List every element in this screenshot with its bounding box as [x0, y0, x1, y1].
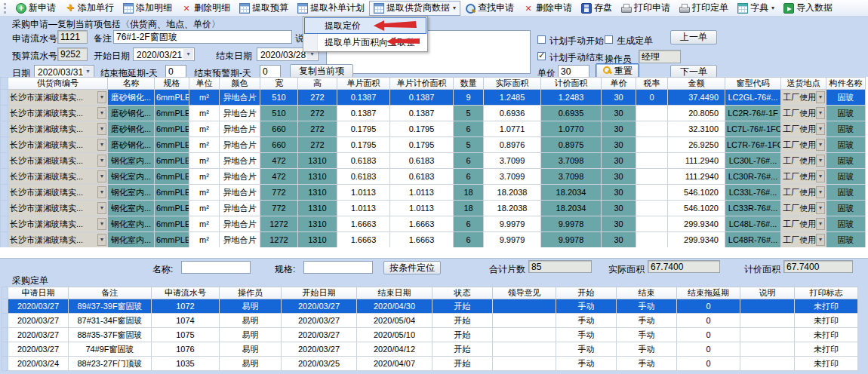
chevron-down-icon[interactable]: ▾: [816, 234, 825, 246]
row-selector[interactable]: [2, 357, 8, 371]
delivery-combo-cell[interactable]: 工厂使用▾: [781, 169, 826, 185]
chevron-down-icon[interactable]: ▾: [97, 107, 106, 119]
spec-filter-input[interactable]: [303, 261, 373, 274]
table-row[interactable]: 长沙市潇湘玻璃实...▾钢化室内...6mmPLE...m²异地合片772131…: [1, 201, 866, 216]
toolbar-button-delete-request[interactable]: 删除申请: [519, 1, 577, 16]
previous-order-button[interactable]: 上一单: [670, 30, 717, 44]
table-row[interactable]: 长沙市潇湘玻璃实...▾钢化室内...6mmPLE...m²异地合片472131…: [1, 169, 866, 185]
table-row[interactable]: 长沙市潇湘玻璃实...▾钢化室内...6mmPLE...m²异地合片127213…: [1, 216, 866, 232]
supplier-combo-cell[interactable]: 长沙市潇湘玻璃实...▾: [8, 90, 108, 106]
name-filter-input[interactable]: [181, 261, 251, 274]
toolbar-button-new-request[interactable]: 新申请: [11, 1, 60, 16]
supplier-combo-cell[interactable]: 长沙市潇湘玻璃实...▾: [8, 185, 108, 201]
supplier-combo-cell[interactable]: 长沙市潇湘玻璃实...▾: [8, 106, 108, 121]
supplier-combo-cell[interactable]: 长沙市潇湘玻璃实...▾: [8, 232, 108, 248]
table-row[interactable]: 长沙市潇湘玻璃实...▾钢化室内...6mmPLE...m²异地合片472131…: [1, 153, 866, 169]
serial-field[interactable]: [57, 30, 88, 44]
toolbar-button-extract-budget[interactable]: 提取预算: [235, 1, 293, 16]
pricing-area-field[interactable]: [783, 260, 853, 273]
remark-field[interactable]: [113, 30, 292, 44]
chevron-down-icon[interactable]: ▾: [816, 202, 825, 214]
manual-end-checkbox[interactable]: [537, 52, 546, 60]
toolbar-button-save[interactable]: 存盘: [577, 1, 617, 16]
toolbar-button-add-detail[interactable]: 添加明细: [119, 1, 177, 16]
chevron-down-icon[interactable]: ▾: [97, 202, 106, 214]
toolbar-button-extract-supplement-plan[interactable]: 提取补单计划: [293, 1, 369, 16]
chevron-down-icon[interactable]: ▾: [97, 186, 106, 198]
toolbar-button-print-request[interactable]: 打印申请: [617, 1, 675, 16]
table-row[interactable]: 2020/03/2789#37-39F窗固玻1072易明2020/03/2720…: [2, 299, 858, 314]
row-selector[interactable]: [2, 299, 8, 314]
table-row[interactable]: 长沙市潇湘玻璃实...▾钢化室内...6mmPLE...m²异地合片772131…: [1, 185, 866, 201]
chevron-down-icon[interactable]: ▾: [816, 107, 825, 119]
delivery-combo-cell[interactable]: 工厂使用▾: [781, 90, 826, 106]
table-row[interactable]: 长沙市潇湘玻璃实...▾磨砂钢化...6mmPLE...m²异地合片510272…: [1, 106, 866, 121]
toolbar-grip[interactable]: [4, 3, 8, 14]
delivery-combo-cell[interactable]: 工厂使用▾: [781, 216, 826, 232]
row-selector[interactable]: [2, 328, 8, 342]
chevron-down-icon[interactable]: ▾: [816, 186, 825, 198]
chevron-down-icon[interactable]: ▾: [816, 139, 825, 151]
budget-field[interactable]: [57, 48, 88, 61]
toolbar-button-extract-supplier-data[interactable]: 提取供货商数据▾: [369, 1, 460, 16]
table-row[interactable]: 长沙市潇湘玻璃实...▾磨砂钢化...6mmPLE...m²异地合片660272…: [1, 121, 866, 137]
supplier-combo-cell[interactable]: 长沙市潇湘玻璃实...▾: [8, 153, 108, 169]
row-selector[interactable]: [2, 342, 8, 357]
manual-start-checkbox[interactable]: [537, 35, 546, 44]
row-selector[interactable]: [1, 153, 8, 169]
table-row[interactable]: 长沙市潇湘玻璃实...▾磨砂钢化...6mmPLE...m²异地合片510272…: [1, 90, 866, 106]
row-selector[interactable]: [1, 216, 8, 232]
table-row[interactable]: 2020/03/2488#23-27F门顶玻1035易明2020/03/2520…: [2, 357, 858, 371]
chevron-down-icon[interactable]: ▾: [97, 139, 106, 151]
delivery-combo-cell[interactable]: 工厂使用▾: [781, 232, 826, 248]
table-row[interactable]: 2020/03/2788#35-37F窗固玻1075易明2020/03/2720…: [2, 328, 858, 342]
delivery-combo-cell[interactable]: 工厂使用▾: [781, 106, 826, 121]
table-row[interactable]: 长沙市潇湘玻璃实...▾钢化室内...6mmPLE...m²异地合片127213…: [1, 232, 866, 248]
row-selector[interactable]: [1, 137, 8, 153]
operator-field[interactable]: [639, 50, 681, 63]
table-row[interactable]: 2020/03/2774#9F窗固玻1076易明2020/03/272020/0…: [2, 342, 858, 357]
delivery-combo-cell[interactable]: 工厂使用▾: [781, 153, 826, 169]
delivery-combo-cell[interactable]: 工厂使用▾: [781, 137, 826, 153]
chevron-down-icon[interactable]: ▾: [83, 66, 93, 77]
toolbar-button-import-data[interactable]: 导入数据: [779, 1, 837, 16]
chevron-down-icon[interactable]: ▾: [97, 155, 106, 167]
row-selector[interactable]: [1, 90, 8, 106]
reset-button[interactable]: 重置: [596, 63, 639, 78]
chevron-down-icon[interactable]: ▾: [97, 123, 106, 135]
supplier-combo-cell[interactable]: 长沙市潇湘玻璃实...▾: [8, 201, 108, 216]
row-selector[interactable]: [1, 169, 8, 185]
table-row[interactable]: 长沙市潇湘玻璃实...▾磨砂钢化...6mmPLE...m²异地合片660272…: [1, 137, 866, 153]
chevron-down-icon[interactable]: ▾: [816, 155, 825, 167]
chevron-down-icon[interactable]: ▾: [816, 218, 825, 230]
supplier-combo-cell[interactable]: 长沙市潇湘玻璃实...▾: [8, 137, 108, 153]
chevron-down-icon[interactable]: ▾: [183, 49, 193, 60]
generate-order-checkbox[interactable]: [605, 35, 613, 44]
supplier-combo-cell[interactable]: 长沙市潇湘玻璃实...▾: [8, 216, 108, 232]
table-row[interactable]: 2020/03/2787#31-34F窗固玻1074易明2020/03/2720…: [2, 314, 858, 328]
chevron-down-icon[interactable]: ▾: [816, 91, 825, 103]
chevron-down-icon[interactable]: ▾: [97, 234, 106, 246]
actual-area-field[interactable]: [648, 260, 720, 273]
row-selector[interactable]: [1, 185, 8, 201]
chevron-down-icon[interactable]: ▾: [97, 218, 106, 230]
start-date-select[interactable]: 2020/03/21▾: [133, 48, 195, 61]
chevron-down-icon[interactable]: ▾: [97, 91, 106, 103]
chevron-down-icon[interactable]: ▾: [816, 170, 825, 182]
toolbar-button-print-order[interactable]: 打印定单: [675, 1, 733, 16]
toolbar-button-find-request[interactable]: 查找申请: [460, 1, 519, 16]
delivery-combo-cell[interactable]: 工厂使用▾: [781, 201, 826, 216]
row-selector[interactable]: [1, 232, 8, 248]
delivery-combo-cell[interactable]: 工厂使用▾: [781, 121, 826, 137]
row-selector[interactable]: [1, 201, 8, 216]
supplier-combo-cell[interactable]: 长沙市潇湘玻璃实...▾: [8, 169, 108, 185]
supplier-combo-cell[interactable]: 长沙市潇湘玻璃实...▾: [8, 121, 108, 137]
total-pieces-field[interactable]: [528, 260, 592, 273]
toolbar-button-delete-detail[interactable]: 删除明细: [177, 1, 235, 16]
chevron-down-icon[interactable]: ▾: [97, 170, 106, 182]
toolbar-button-dictionary[interactable]: 字典▾: [733, 1, 779, 16]
toolbar-button-add-row[interactable]: 添加单行: [60, 1, 119, 16]
row-selector[interactable]: [1, 121, 8, 137]
row-selector[interactable]: [2, 314, 8, 328]
locate-button[interactable]: 按条件定位: [383, 261, 441, 274]
